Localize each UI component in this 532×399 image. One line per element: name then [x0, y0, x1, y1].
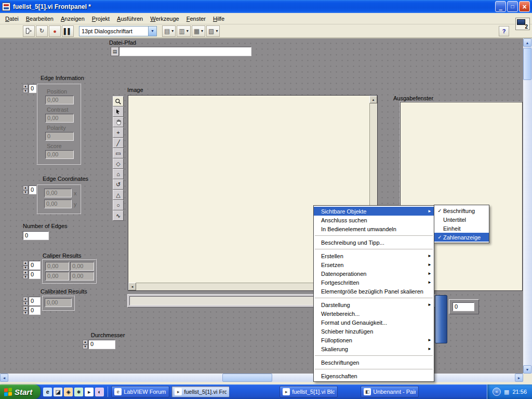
menu-item-datei[interactable]: Datei [2, 14, 22, 23]
menu-item-fenster[interactable]: Fenster [183, 14, 209, 23]
context-menu-item-wertebereich[interactable]: Wertebereich... [314, 309, 434, 318]
font-selector[interactable]: 13pt Dialogschriftart ▼ [79, 26, 157, 36]
submenu-item-beschriftung[interactable]: ✓Beschriftung [434, 206, 489, 215]
decrement-icon[interactable]: ▼ [23, 311, 28, 315]
caliper-index-1[interactable]: ▲▼ 0 [23, 261, 41, 270]
point-tool-button[interactable]: + [113, 127, 124, 138]
context-menu-item-fülloptionen[interactable]: Fülloptionen► [314, 336, 434, 344]
polarity-field[interactable]: 0 [45, 132, 74, 141]
scroll-down-icon[interactable]: ▼ [523, 365, 531, 374]
caliper-field[interactable]: 0,00 [45, 272, 69, 281]
extra-numeric-field[interactable]: 0 [453, 302, 474, 311]
context-menu-item-elementgröße-bezüglich-panel-skalieren[interactable]: Elementgröße bezüglich Panel skalieren [314, 287, 434, 296]
y-coordinate-field[interactable]: 0,00 [44, 200, 72, 208]
reorder-objects-dropdown[interactable]: ▧▾ [206, 25, 220, 37]
context-menu-item-fortgeschritten[interactable]: Fortgeschritten► [314, 278, 434, 287]
abort-button[interactable]: ● [49, 25, 61, 37]
caliper-field[interactable]: 0,00 [45, 262, 69, 271]
context-menu-item-skalierung[interactable]: Skalierung► [314, 344, 434, 353]
context-menu-item-anschluss-suchen[interactable]: Anschluss suchen [314, 216, 434, 224]
chevron-down-icon[interactable]: ▼ [148, 26, 156, 36]
caliper-index-1-value[interactable]: 0 [29, 261, 41, 270]
index-arrows[interactable]: ▲▼ [23, 297, 28, 305]
broken-line-tool-button[interactable]: ∿ [113, 210, 124, 221]
quick-launch-icon-5[interactable]: ▸ [85, 388, 94, 396]
context-menu-item-format-und-genauigkeit[interactable]: Format und Genauigkeit... [314, 318, 434, 327]
context-menu-item-in-bedienelement-umwandeln[interactable]: In Bedienelement umwandeln [314, 224, 434, 233]
calibrated-index-1-value[interactable]: 0 [29, 297, 41, 305]
context-menu-item-datenoperationen[interactable]: Datenoperationen► [314, 269, 434, 278]
caliper-index-2-value[interactable]: 0 [29, 270, 41, 279]
increment-icon[interactable]: ▲ [23, 261, 28, 265]
context-menu-item-beschreibung-und-tipp[interactable]: Beschreibung und Tipp... [314, 238, 434, 247]
quick-launch-icon-2[interactable]: ◪ [54, 388, 62, 396]
menu-item-hilfe[interactable]: Hilfe [209, 14, 228, 23]
context-menu-item-darstellung[interactable]: Darstellung► [314, 300, 434, 309]
calibrated-field[interactable]: 0,00 [45, 298, 72, 307]
context-menu-item-sichtbare-objekte[interactable]: Sichtbare Objekte► [314, 207, 434, 216]
increment-icon[interactable]: ▲ [23, 185, 28, 190]
decrement-icon[interactable]: ▼ [23, 190, 28, 195]
zoom-tool-button[interactable] [113, 96, 124, 107]
calibrated-index-2-value[interactable]: 0 [29, 306, 41, 315]
distribute-objects-dropdown[interactable]: ▥▾ [177, 25, 190, 37]
quick-launch-icon-3[interactable]: ◈ [64, 388, 73, 396]
decrement-icon[interactable]: ▼ [23, 265, 28, 270]
scroll-right-icon[interactable]: ► [515, 374, 523, 382]
durchmesser-field[interactable]: 0 [88, 340, 115, 349]
horizontal-scroll-thumb[interactable] [222, 374, 272, 382]
close-button[interactable]: × [519, 1, 530, 12]
oval-tool-button[interactable]: ○ [113, 200, 124, 210]
scroll-up-icon[interactable]: ▲ [523, 38, 531, 47]
menu-item-anzeigen[interactable]: Anzeigen [57, 14, 88, 23]
caliper-index-2[interactable]: ▲▼ 0 [23, 270, 41, 279]
datei-pfad-control[interactable]: ▤ [111, 47, 251, 56]
index-arrows[interactable]: ▲▼ [23, 306, 28, 315]
rotated-rect-tool-button[interactable]: ◇ [113, 158, 124, 169]
menu-item-bearbeiten[interactable]: Bearbeiten [22, 14, 57, 23]
menu-item-werkzeuge[interactable]: Werkzeuge [147, 14, 182, 23]
index-arrows[interactable]: ▲▼ [23, 84, 28, 93]
maximize-button[interactable]: □ [507, 1, 518, 12]
freehand-tool-button[interactable]: ↺ [113, 179, 124, 190]
submenu-item-zahlenanzeige[interactable]: ✓Zahlenanzeige [434, 233, 489, 242]
increment-icon[interactable]: ▲ [23, 84, 28, 89]
menu-item-ausführen[interactable]: Ausführen [113, 14, 147, 23]
scroll-left-icon[interactable]: ◄ [0, 374, 8, 382]
tray-display-icon[interactable]: ▦ [504, 389, 509, 395]
calibrated-index-1[interactable]: ▲▼ 0 [23, 297, 41, 305]
align-objects-dropdown[interactable]: ▤▾ [162, 25, 176, 37]
pause-button[interactable]: ▌▌ [62, 25, 74, 37]
x-coordinate-field[interactable]: 0,00 [44, 189, 72, 197]
index-arrows[interactable]: ▲▼ [83, 340, 88, 349]
line-tool-button[interactable]: ╱ [113, 138, 124, 148]
index-arrows[interactable]: ▲▼ [23, 185, 28, 194]
submenu-item-untertitel[interactable]: Untertitel [434, 215, 489, 224]
pan-tool-button[interactable] [113, 117, 124, 127]
context-menu-item-eigenschaften[interactable]: Eigenschaften [314, 371, 434, 380]
context-menu-item-beschriftungen[interactable]: Beschriftungen [314, 358, 434, 367]
context-menu-item-ersetzen[interactable]: Ersetzen► [314, 260, 434, 269]
index-arrows[interactable]: ▲▼ [23, 261, 28, 270]
minimize-button[interactable]: ▁ [495, 1, 506, 12]
scroll-up-icon[interactable]: ▲ [369, 96, 377, 103]
quick-launch-icon-6[interactable]: ◐ [95, 388, 104, 396]
increment-icon[interactable]: ▲ [23, 270, 28, 275]
start-button[interactable]: Start [0, 384, 41, 399]
decrement-icon[interactable]: ▼ [23, 89, 28, 94]
resize-objects-dropdown[interactable]: ▦▾ [192, 25, 205, 37]
contrast-field[interactable]: 0,00 [45, 114, 74, 123]
help-button[interactable]: ? [499, 26, 509, 36]
context-menu-item-schieber-hinzufügen[interactable]: Schieber hinzufügen [314, 327, 434, 336]
rectangle-tool-button[interactable]: ▭ [113, 148, 124, 158]
increment-icon[interactable]: ▲ [23, 297, 28, 301]
window-vertical-scrollbar[interactable]: ▲ ▼ [523, 38, 532, 374]
annulus-tool-button[interactable]: △ [113, 190, 124, 200]
position-field[interactable]: 0,00 [45, 96, 74, 104]
run-continuously-button[interactable]: ↻ [36, 25, 48, 37]
durchmesser-control[interactable]: ▲▼ 0 [83, 340, 115, 349]
increment-icon[interactable]: ▲ [23, 306, 28, 311]
taskbar-task-unbenannt-paint[interactable]: ◧Unbenannt - Paint [361, 386, 419, 397]
score-field[interactable]: 0,00 [45, 150, 74, 159]
calibrated-index-2[interactable]: ▲▼ 0 [23, 306, 41, 315]
